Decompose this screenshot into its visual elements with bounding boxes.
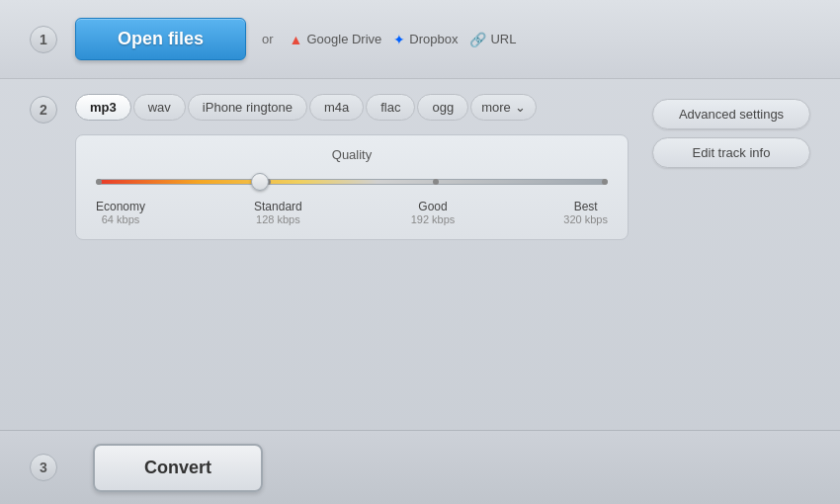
section-2: 2 mp3 wav iPhone ringtone m4a flac ogg m… <box>0 79 840 430</box>
tab-m4a[interactable]: m4a <box>309 94 364 121</box>
tab-wav[interactable]: wav <box>133 94 186 121</box>
dropbox-label: Dropbox <box>409 32 458 46</box>
google-drive-icon: ▲ <box>290 32 303 47</box>
economy-kbps: 64 kbps <box>102 213 140 225</box>
section-1: 1 Open files or ▲ Google Drive ✦ Dropbox… <box>0 0 840 79</box>
standard-name: Standard <box>254 200 302 213</box>
dropbox-icon: ✦ <box>393 32 405 47</box>
url-label: URL <box>490 32 516 46</box>
standard-kbps: 128 kbps <box>256 213 300 225</box>
best-name: Best <box>574 200 598 213</box>
cloud-links: ▲ Google Drive ✦ Dropbox 🔗 URL <box>290 32 517 47</box>
format-tabs: mp3 wav iPhone ringtone m4a flac ogg mor… <box>75 94 634 121</box>
section-2-left: mp3 wav iPhone ringtone m4a flac ogg mor… <box>75 94 634 240</box>
or-text: or <box>262 32 274 46</box>
good-kbps: 192 kbps <box>411 213 456 225</box>
good-name: Good <box>418 200 447 213</box>
quality-economy: Economy 64 kbps <box>96 200 145 225</box>
url-icon: 🔗 <box>469 32 486 47</box>
quality-slider-container <box>96 172 608 192</box>
section-1-content: Open files or ▲ Google Drive ✦ Dropbox 🔗… <box>75 18 516 60</box>
tab-mp3[interactable]: mp3 <box>75 94 131 121</box>
quality-best: Best 320 kbps <box>563 200 608 225</box>
more-label: more <box>481 100 511 115</box>
step-2-number: 2 <box>30 96 57 124</box>
quality-standard: Standard 128 kbps <box>254 200 302 225</box>
google-drive-label: Google Drive <box>306 32 381 46</box>
best-kbps: 320 kbps <box>563 213 608 225</box>
google-drive-link[interactable]: ▲ Google Drive <box>290 32 382 47</box>
quality-title: Quality <box>96 147 608 162</box>
quality-good: Good 192 kbps <box>411 200 456 225</box>
advanced-settings-button[interactable]: Advanced settings <box>652 99 810 129</box>
tab-flac[interactable]: flac <box>366 94 415 121</box>
url-link[interactable]: 🔗 URL <box>469 32 516 47</box>
slider-thumb[interactable] <box>251 173 269 191</box>
chevron-down-icon: ⌄ <box>515 100 526 115</box>
step-3-number: 3 <box>30 454 57 481</box>
step-1-number: 1 <box>30 26 57 53</box>
slider-track <box>96 179 608 185</box>
more-dropdown[interactable]: more ⌄ <box>470 94 537 121</box>
edit-track-info-button[interactable]: Edit track info <box>652 137 810 168</box>
dropbox-link[interactable]: ✦ Dropbox <box>393 32 458 47</box>
tab-iphone-ringtone[interactable]: iPhone ringtone <box>188 94 307 121</box>
section-2-right: Advanced settings Edit track info <box>652 94 810 168</box>
economy-name: Economy <box>96 200 145 213</box>
tab-ogg[interactable]: ogg <box>417 94 468 121</box>
convert-button[interactable]: Convert <box>93 444 263 492</box>
section-2-row: 2 mp3 wav iPhone ringtone m4a flac ogg m… <box>30 94 810 240</box>
section-3: 3 Convert <box>0 430 840 504</box>
quality-panel: Quality Economy <box>75 134 629 240</box>
open-files-button[interactable]: Open files <box>75 18 246 60</box>
app-container: 1 Open files or ▲ Google Drive ✦ Dropbox… <box>0 0 840 504</box>
quality-labels: Economy 64 kbps Standard 128 kbps Good 1… <box>96 200 608 225</box>
